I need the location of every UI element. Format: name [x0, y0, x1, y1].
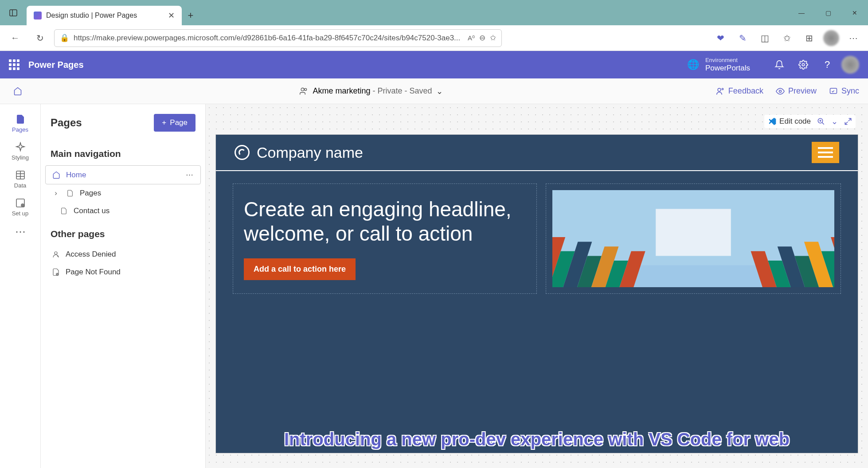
zoom-out-icon[interactable]: ⊖ — [479, 33, 485, 43]
feedback-button[interactable]: Feedback — [716, 86, 763, 96]
more-icon: ⋯ — [15, 226, 26, 238]
workspace: Pages Styling Data Set up ⋯ Pages — [0, 104, 868, 468]
svg-point-17 — [55, 252, 57, 254]
section-other-pages: Other pages — [41, 220, 205, 246]
app-launcher-icon[interactable] — [9, 59, 20, 70]
close-window-button[interactable]: ✕ — [841, 3, 868, 23]
hero-headline[interactable]: Create an engaging headline, welcome, or… — [244, 197, 526, 246]
pages-icon — [15, 114, 26, 125]
svg-point-6 — [722, 88, 723, 90]
company-name[interactable]: Company name — [257, 144, 363, 161]
sync-label: Sync — [841, 86, 859, 96]
nav-label: Access Denied — [66, 250, 116, 259]
svg-rect-0 — [10, 10, 17, 16]
home-icon — [52, 171, 61, 179]
chevron-right-icon[interactable]: › — [51, 189, 60, 198]
hero-image-block[interactable] — [546, 183, 841, 294]
window-controls: — ▢ ✕ — [788, 3, 868, 23]
env-name: PowerPortals — [705, 64, 750, 73]
nav-item-contact[interactable]: Contact us — [45, 202, 201, 220]
settings-icon[interactable] — [794, 55, 813, 74]
nav-item-home[interactable]: Home ⋯ — [45, 165, 201, 184]
svg-point-4 — [305, 88, 307, 90]
nav-item-pages[interactable]: › Pages — [45, 184, 201, 202]
browser-titlebar: Design studio | Power Pages ✕ + — ▢ ✕ — [0, 0, 868, 25]
tab-actions-button[interactable] — [0, 0, 27, 25]
styling-icon — [15, 142, 26, 152]
panel-title: Pages — [51, 117, 82, 129]
rail-label: Data — [14, 182, 26, 189]
back-button[interactable]: ← — [4, 27, 26, 49]
page-icon — [66, 190, 74, 197]
svg-line-20 — [57, 273, 58, 275]
nav-label: Pages — [80, 189, 101, 198]
nav-label: Page Not Found — [66, 268, 121, 277]
new-tab-button[interactable]: + — [182, 6, 199, 25]
zoom-in-icon[interactable] — [817, 117, 825, 125]
reader-icon[interactable]: A⁰ — [468, 34, 475, 42]
more-icon[interactable]: ⋯ — [843, 28, 864, 48]
help-icon[interactable]: ? — [817, 55, 837, 74]
feather-icon[interactable]: ✎ — [732, 28, 753, 48]
nav-item-access-denied[interactable]: Access Denied — [45, 246, 201, 263]
cta-button[interactable]: Add a call to action here — [244, 258, 356, 280]
edit-code-button[interactable]: Edit code — [768, 117, 811, 126]
nav-item-not-found[interactable]: Page Not Found — [45, 263, 201, 281]
home-icon[interactable] — [9, 82, 27, 100]
rail-item-styling[interactable]: Styling — [4, 137, 36, 165]
product-name: Power Pages — [28, 60, 84, 70]
site-status: - Private - Saved — [370, 86, 432, 95]
svg-rect-13 — [16, 199, 24, 207]
close-tab-icon[interactable]: ✕ — [168, 11, 175, 20]
site-name: Akme marketing — [313, 86, 370, 95]
add-page-label: Page — [170, 118, 188, 127]
feedback-label: Feedback — [728, 86, 763, 96]
expand-icon[interactable] — [844, 117, 852, 125]
refresh-button[interactable]: ↻ — [29, 27, 51, 49]
item-more-icon[interactable]: ⋯ — [186, 170, 194, 179]
canvas-toolbar: Edit code ⌄ — [764, 115, 856, 128]
sync-button[interactable]: Sync — [829, 86, 859, 96]
page-error-icon — [51, 268, 60, 276]
minimize-button[interactable]: — — [788, 3, 815, 23]
nav-label: Contact us — [74, 207, 109, 215]
favicon-icon — [34, 12, 42, 20]
site-picker[interactable]: Akme marketing - Private - Saved ⌄ — [299, 86, 443, 96]
wishlist-icon[interactable]: ❤ — [710, 28, 731, 48]
rail-label: Styling — [12, 154, 29, 161]
hero-section: Create an engaging headline, welcome, or… — [216, 171, 858, 306]
environment-picker[interactable]: Environment PowerPortals — [705, 57, 750, 73]
env-label: Environment — [705, 57, 750, 64]
maximize-button[interactable]: ▢ — [815, 3, 841, 23]
add-page-button[interactable]: + Page — [154, 114, 195, 132]
rail-item-data[interactable]: Data — [4, 165, 36, 193]
hero-image — [552, 190, 834, 287]
favorites-icon[interactable]: ✩ — [777, 28, 797, 48]
url-field[interactable]: 🔒 https://make.preview.powerpages.micros… — [54, 29, 502, 47]
notifications-icon[interactable] — [770, 55, 789, 74]
rail-item-more[interactable]: ⋯ — [4, 221, 36, 242]
address-bar: ← ↻ 🔒 https://make.preview.powerpages.mi… — [0, 25, 868, 51]
edit-code-label: Edit code — [779, 117, 811, 126]
site-header: Company name — [216, 135, 858, 171]
data-icon — [15, 170, 26, 180]
collections-icon[interactable]: ⊞ — [799, 28, 819, 48]
url-text: https://make.preview.powerpages.microsof… — [74, 34, 463, 43]
browser-tab[interactable]: Design studio | Power Pages ✕ — [27, 6, 182, 25]
hamburger-menu[interactable] — [812, 142, 839, 163]
announcement-overlay: Introducing a new pro-dev experience wit… — [284, 429, 790, 449]
plus-icon: + — [162, 118, 166, 127]
favorite-icon[interactable]: ✩ — [490, 33, 496, 43]
extensions-icon[interactable]: ◫ — [755, 28, 775, 48]
hero-text-block[interactable]: Create an engaging headline, welcome, or… — [233, 183, 537, 294]
profile-button[interactable] — [821, 28, 841, 48]
rail-item-setup[interactable]: Set up — [4, 193, 36, 221]
chevron-down-icon[interactable]: ⌄ — [831, 117, 838, 126]
rail-item-pages[interactable]: Pages — [4, 109, 36, 137]
page-icon — [59, 207, 68, 214]
command-bar: Akme marketing - Private - Saved ⌄ Feedb… — [0, 78, 868, 104]
user-avatar[interactable] — [841, 56, 859, 74]
setup-icon — [15, 198, 26, 208]
preview-button[interactable]: Preview — [776, 86, 817, 96]
site-preview[interactable]: Company name Create an engaging headline… — [215, 134, 858, 453]
